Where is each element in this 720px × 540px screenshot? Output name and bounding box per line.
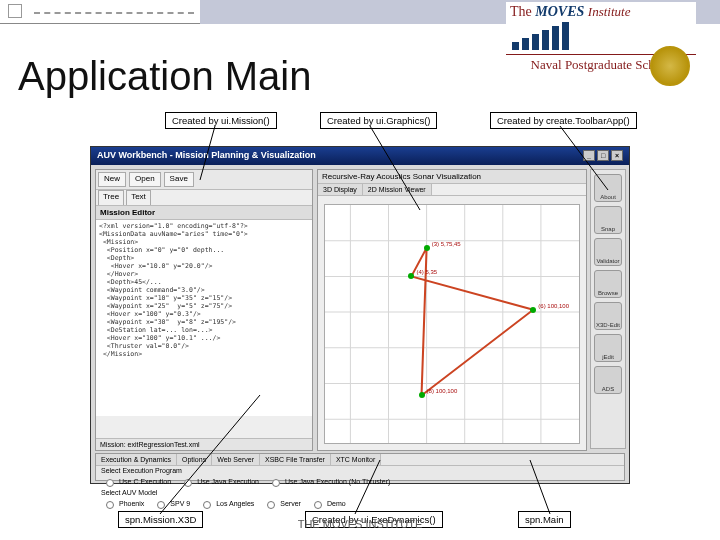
maximize-icon[interactable]: □ <box>597 150 609 161</box>
waypoint-marker[interactable] <box>424 245 430 251</box>
app-window: AUV Workbench - Mission Planning & Visua… <box>90 146 630 484</box>
tab-xtc[interactable]: XTC Monitor <box>331 454 381 465</box>
bullet-square <box>8 4 22 18</box>
radio-model-0[interactable] <box>106 501 114 509</box>
radio-label: SPV 9 <box>170 500 190 507</box>
radio-label: Server <box>280 500 301 507</box>
exec-label2: Select AUV Model <box>96 488 624 497</box>
graphics-panel: Recursive-Ray Acoustics Sonar Visualizat… <box>317 169 587 451</box>
radio-label: Los Angeles <box>216 500 254 507</box>
label-ui-toolbar: Created by create.ToolbarApp() <box>490 112 637 129</box>
logo-moves: MOVES <box>535 4 584 19</box>
slide-footer: THE MOVES INSTITUTE <box>0 518 720 530</box>
open-button[interactable]: Open <box>129 172 161 187</box>
waypoint-label: (3) 5,75,45 <box>432 241 461 247</box>
window-titlebar: AUV Workbench - Mission Planning & Visua… <box>91 147 629 165</box>
tab-2d[interactable]: 2D Mission Viewer <box>363 184 432 195</box>
radio-model-4[interactable] <box>314 501 322 509</box>
tab-webserver[interactable]: Web Server <box>212 454 260 465</box>
nps-seal-icon <box>650 46 690 86</box>
radio-exec-2[interactable] <box>272 479 280 487</box>
waypoint-marker[interactable] <box>530 307 536 313</box>
radio-label: Phoenix <box>119 500 144 507</box>
waypoint-marker[interactable] <box>408 273 414 279</box>
mission-toolbar: New Open Save <box>96 170 312 190</box>
tab-3d[interactable]: 3D Display <box>318 184 363 195</box>
tab-exec[interactable]: Execution & Dynamics <box>96 454 177 465</box>
graphics-tabs: 3D Display 2D Mission Viewer <box>318 184 586 196</box>
minimize-icon[interactable]: _ <box>583 150 595 161</box>
mission-tabs: Tree Text <box>96 190 312 206</box>
x3d-edit-button[interactable]: X3D-Edit <box>594 302 622 330</box>
top-dashes <box>34 12 194 14</box>
exec-label1: Select Execution Program <box>96 466 624 475</box>
tab-options[interactable]: Options <box>177 454 212 465</box>
model-radios: PhoenixSPV 9Los AngelesServerDemo <box>96 497 624 510</box>
tab-xsbc[interactable]: XSBC File Transfer <box>260 454 331 465</box>
mission-xml[interactable]: <?xml version="1.0" encoding="utf-8"?> <… <box>96 220 312 416</box>
close-icon[interactable]: × <box>611 150 623 161</box>
mission-status: Mission: exitRegressionTest.xml <box>96 438 312 450</box>
tab-tree[interactable]: Tree <box>98 190 124 205</box>
exec-panel: Execution & Dynamics Options Web Server … <box>95 453 625 481</box>
mission-plot[interactable]: (3) 5,75,45(4) 5,35(6) 100,100(8) 100,10… <box>324 204 580 444</box>
waypoint-label: (8) 100,100 <box>427 388 458 394</box>
graphics-title: Recursive-Ray Acoustics Sonar Visualizat… <box>318 170 586 184</box>
exec-radios: Use C.ExecutionUse Java ExecutionUse Jav… <box>96 475 624 488</box>
radio-model-3[interactable] <box>267 501 275 509</box>
radio-label: Demo <box>327 500 346 507</box>
radio-exec-1[interactable] <box>184 479 192 487</box>
logo-the: The <box>510 4 532 19</box>
browse-button[interactable]: Browse <box>594 270 622 298</box>
about-button[interactable]: About <box>594 174 622 202</box>
ads-button[interactable]: ADS <box>594 366 622 394</box>
mission-panel: New Open Save Tree Text Mission Editor <… <box>95 169 313 451</box>
snap-button[interactable]: Snap <box>594 206 622 234</box>
app-toolbar: About Snap Validator Browse X3D-Edit jEd… <box>590 169 626 449</box>
radio-label: Use C.Execution <box>119 478 171 485</box>
radio-label: Use Java Execution (No Thruster) <box>285 478 390 485</box>
waypoint-label: (4) 5,35 <box>416 269 437 275</box>
tab-text[interactable]: Text <box>126 190 151 205</box>
mission-editor-header: Mission Editor <box>96 206 312 220</box>
jedit-button[interactable]: jEdit <box>594 334 622 362</box>
radio-model-1[interactable] <box>157 501 165 509</box>
window-title: AUV Workbench - Mission Planning & Visua… <box>97 150 316 162</box>
waypoint-marker[interactable] <box>419 392 425 398</box>
radio-label: Use Java Execution <box>197 478 259 485</box>
logo-institute: Institute <box>588 4 631 19</box>
new-button[interactable]: New <box>98 172 126 187</box>
radio-exec-0[interactable] <box>106 479 114 487</box>
label-ui-graphics: Created by ui.Graphics() <box>320 112 437 129</box>
label-ui-mission: Created by ui.Mission() <box>165 112 277 129</box>
waypoint-label: (6) 100,100 <box>538 303 569 309</box>
slide-title: Application Main <box>18 54 312 99</box>
exec-tabs: Execution & Dynamics Options Web Server … <box>96 454 624 466</box>
validator-button[interactable]: Validator <box>594 238 622 266</box>
moves-logo: The MOVES Institute Naval Postgraduate S… <box>506 2 696 94</box>
radio-model-2[interactable] <box>203 501 211 509</box>
save-button[interactable]: Save <box>164 172 194 187</box>
